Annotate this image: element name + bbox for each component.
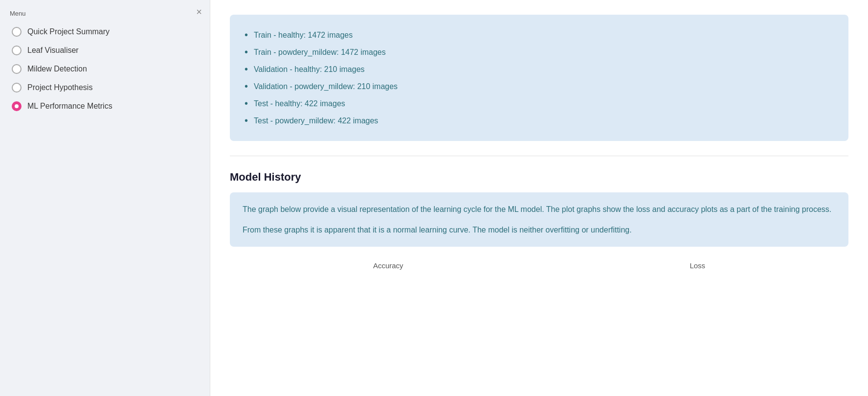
dataset-list-item: Test - powdery_mildew: 422 images <box>245 112 834 129</box>
dataset-list-item: Train - healthy: 1472 images <box>245 26 834 44</box>
menu-label: Menu <box>10 10 200 17</box>
section-divider <box>230 156 848 156</box>
model-history-description: The graph below provide a visual represe… <box>230 192 848 247</box>
description-para-2: From these graphs it is apparent that it… <box>243 224 836 236</box>
nav-list: Quick Project SummaryLeaf VisualiserMild… <box>10 24 200 114</box>
radio-quick-project-summary <box>12 27 22 37</box>
radio-mildew-detection <box>12 64 22 74</box>
nav-label-quick-project-summary: Quick Project Summary <box>27 27 110 36</box>
dataset-list: Train - healthy: 1472 imagesTrain - powd… <box>245 26 834 129</box>
nav-label-leaf-visualiser: Leaf Visualiser <box>27 46 79 55</box>
accuracy-chart-label: Accuracy <box>373 261 403 270</box>
nav-label-ml-performance-metrics: ML Performance Metrics <box>27 102 112 111</box>
main-content: Train - healthy: 1472 imagesTrain - powd… <box>210 0 868 396</box>
chart-labels-row: Accuracy Loss <box>230 256 848 270</box>
dataset-list-item: Train - powdery_mildew: 1472 images <box>245 44 834 61</box>
nav-label-mildew-detection: Mildew Detection <box>27 65 87 73</box>
description-para-1: The graph below provide a visual represe… <box>243 203 836 216</box>
close-button[interactable]: × <box>196 7 202 17</box>
radio-project-hypothesis <box>12 83 22 93</box>
sidebar-item-mildew-detection[interactable]: Mildew Detection <box>10 61 200 77</box>
loss-chart-label: Loss <box>690 261 705 270</box>
sidebar-item-leaf-visualiser[interactable]: Leaf Visualiser <box>10 43 200 58</box>
dataset-list-item: Validation - powdery_mildew: 210 images <box>245 78 834 95</box>
dataset-list-item: Test - healthy: 422 images <box>245 95 834 112</box>
sidebar-item-ml-performance-metrics[interactable]: ML Performance Metrics <box>10 98 200 114</box>
sidebar-item-quick-project-summary[interactable]: Quick Project Summary <box>10 24 200 40</box>
sidebar-item-project-hypothesis[interactable]: Project Hypothesis <box>10 80 200 95</box>
sidebar: × Menu Quick Project SummaryLeaf Visuali… <box>0 0 210 396</box>
radio-ml-performance-metrics <box>12 101 22 111</box>
dataset-info-box: Train - healthy: 1472 imagesTrain - powd… <box>230 15 848 141</box>
model-history-title: Model History <box>230 171 848 184</box>
nav-label-project-hypothesis: Project Hypothesis <box>27 83 92 92</box>
dataset-list-item: Validation - healthy: 210 images <box>245 61 834 78</box>
radio-leaf-visualiser <box>12 46 22 55</box>
model-history-section: Model History The graph below provide a … <box>230 171 848 270</box>
